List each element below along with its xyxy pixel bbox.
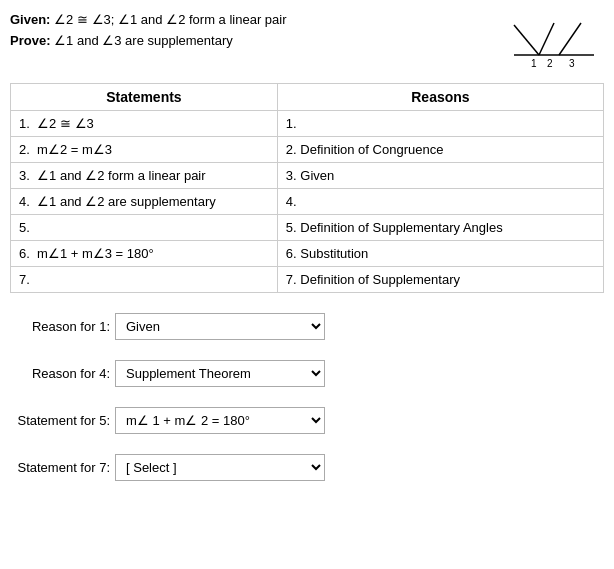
prove-label: Prove: — [10, 33, 50, 48]
given-prove-section: Given: ∠2 ≅ ∠3; ∠1 and ∠2 form a linear … — [10, 10, 604, 73]
svg-text:3: 3 — [569, 58, 575, 69]
statement7-label: Statement for 7: — [10, 460, 110, 475]
col-statements-header: Statements — [11, 84, 278, 111]
statement-1: 1. ∠2 ≅ ∠3 — [11, 111, 278, 137]
table-row: 5. 5. Definition of Supplementary Angles — [11, 215, 604, 241]
given-label: Given: — [10, 12, 50, 27]
statement-3: 3. ∠1 and ∠2 form a linear pair — [11, 163, 278, 189]
reason1-label: Reason for 1: — [10, 319, 110, 334]
reason1-row: Reason for 1: Given Definition of Congru… — [10, 313, 604, 340]
statement5-row: Statement for 5: m∠ 1 + m∠ 2 = 180° m∠ 1… — [10, 407, 604, 434]
table-row: 6. m∠1 + m∠3 = 180° 6. Substitution — [11, 241, 604, 267]
angle-diagram: 1 2 3 — [509, 15, 599, 70]
statement-6: 6. m∠1 + m∠3 = 180° — [11, 241, 278, 267]
reason-4: 4. — [277, 189, 603, 215]
table-row: 1. ∠2 ≅ ∠3 1. — [11, 111, 604, 137]
svg-line-1 — [514, 25, 539, 55]
svg-line-3 — [559, 23, 581, 55]
statement7-select[interactable]: [ Select ] ∠1 and ∠3 are supplementary ∠… — [115, 454, 325, 481]
table-row: 2. m∠2 = m∠3 2. Definition of Congruence — [11, 137, 604, 163]
reason-2: 2. Definition of Congruence — [277, 137, 603, 163]
given-prove-text: Given: ∠2 ≅ ∠3; ∠1 and ∠2 form a linear … — [10, 10, 287, 52]
svg-line-2 — [539, 23, 554, 55]
reason1-select[interactable]: Given Definition of Congruence Definitio… — [115, 313, 325, 340]
reason-1: 1. — [277, 111, 603, 137]
given-line: Given: ∠2 ≅ ∠3; ∠1 and ∠2 form a linear … — [10, 10, 287, 31]
col-reasons-header: Reasons — [277, 84, 603, 111]
statement7-row: Statement for 7: [ Select ] ∠1 and ∠3 ar… — [10, 454, 604, 481]
table-row: 7. 7. Definition of Supplementary — [11, 267, 604, 293]
table-row: 4. ∠1 and ∠2 are supplementary 4. — [11, 189, 604, 215]
statement-7: 7. — [11, 267, 278, 293]
reason-5: 5. Definition of Supplementary Angles — [277, 215, 603, 241]
svg-text:1: 1 — [531, 58, 537, 69]
reason-7: 7. Definition of Supplementary — [277, 267, 603, 293]
proof-table: Statements Reasons 1. ∠2 ≅ ∠3 1. 2. m∠2 … — [10, 83, 604, 293]
reason-3: 3. Given — [277, 163, 603, 189]
diagram: 1 2 3 — [504, 10, 604, 73]
prove-value: ∠1 and ∠3 are supplementary — [54, 33, 233, 48]
reason-6: 6. Substitution — [277, 241, 603, 267]
svg-text:2: 2 — [547, 58, 553, 69]
prove-line: Prove: ∠1 and ∠3 are supplementary — [10, 31, 287, 52]
statement-4: 4. ∠1 and ∠2 are supplementary — [11, 189, 278, 215]
statement5-select[interactable]: m∠ 1 + m∠ 2 = 180° m∠ 1 + m∠ 3 = 180° ∠2… — [115, 407, 325, 434]
statement-2: 2. m∠2 = m∠3 — [11, 137, 278, 163]
table-row: 3. ∠1 and ∠2 form a linear pair 3. Given — [11, 163, 604, 189]
statement5-label: Statement for 5: — [10, 413, 110, 428]
reason4-row: Reason for 4: Given Definition of Congru… — [10, 360, 604, 387]
reason4-select[interactable]: Given Definition of Congruence Definitio… — [115, 360, 325, 387]
given-value: ∠2 ≅ ∠3; ∠1 and ∠2 form a linear pair — [54, 12, 286, 27]
statement-5: 5. — [11, 215, 278, 241]
reason4-label: Reason for 4: — [10, 366, 110, 381]
